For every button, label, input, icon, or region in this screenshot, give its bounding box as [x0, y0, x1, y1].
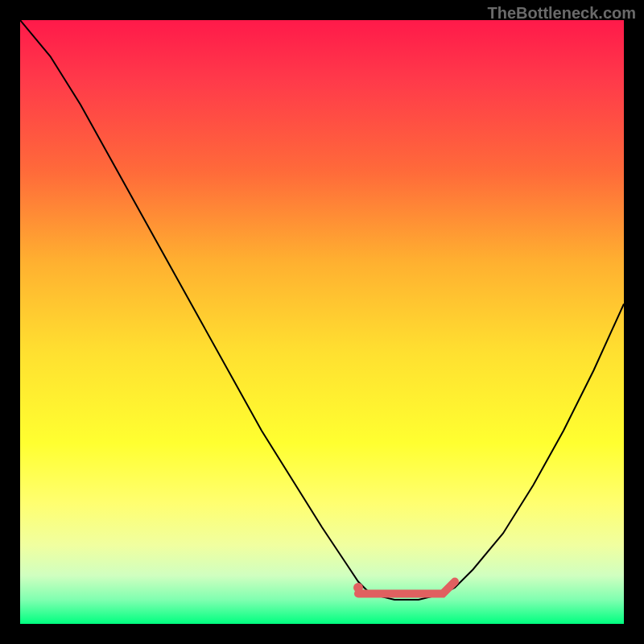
watermark-text: TheBottleneck.com [488, 4, 636, 23]
chart-container: TheBottleneck.com [0, 0, 644, 644]
chart-svg [20, 20, 624, 624]
bottleneck-curve [20, 20, 624, 600]
plot-area [20, 20, 624, 624]
optimal-point-dot [353, 583, 363, 592]
optimal-range-marker [358, 582, 455, 594]
